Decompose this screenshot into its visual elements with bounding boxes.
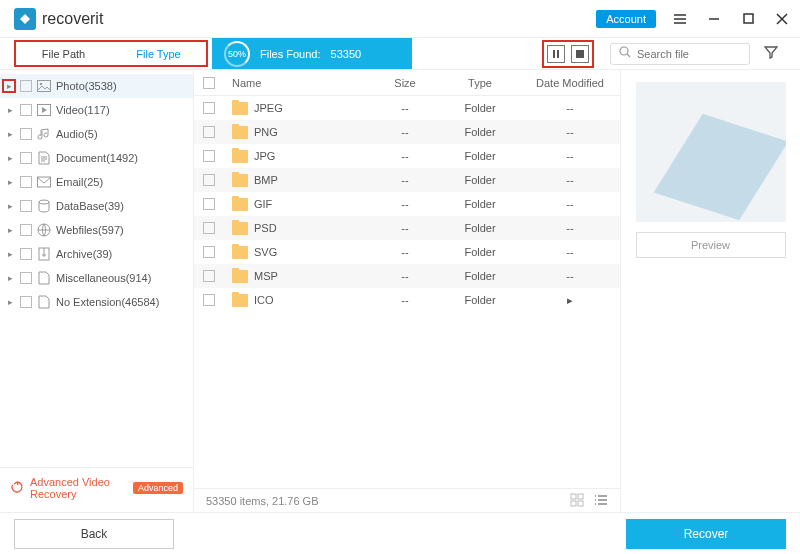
sidebar-item-misc[interactable]: ▸Miscellaneous(914) — [0, 266, 193, 290]
sidebar-item-video[interactable]: ▸Video(117) — [0, 98, 193, 122]
select-all-checkbox[interactable] — [203, 77, 215, 89]
doc-icon — [36, 151, 52, 165]
chevron-right-icon[interactable]: ▸ — [4, 153, 16, 163]
tree-checkbox[interactable] — [20, 152, 32, 164]
chevron-right-icon[interactable]: ▸ — [4, 177, 16, 187]
chevron-right-icon[interactable]: ▸ — [4, 129, 16, 139]
sidebar-item-image[interactable]: ▸Photo(3538) — [0, 74, 193, 98]
row-checkbox[interactable] — [203, 150, 215, 162]
table-row[interactable]: MSP--Folder-- — [194, 264, 620, 288]
tab-file-path[interactable]: File Path — [16, 42, 111, 65]
row-name: PSD — [254, 222, 277, 234]
search-box[interactable] — [610, 43, 750, 65]
search-input[interactable] — [637, 48, 741, 60]
svg-rect-10 — [571, 494, 576, 499]
app-name: recoverit — [42, 10, 103, 28]
account-button[interactable]: Account — [596, 10, 656, 28]
chevron-right-icon[interactable]: ▸ — [4, 225, 16, 235]
filter-icon[interactable] — [764, 45, 784, 62]
table-row[interactable]: PNG--Folder-- — [194, 120, 620, 144]
row-checkbox[interactable] — [203, 102, 215, 114]
row-checkbox[interactable] — [203, 270, 215, 282]
tree-checkbox[interactable] — [20, 248, 32, 260]
sidebar-item-label: Miscellaneous(914) — [56, 272, 151, 284]
tree-checkbox[interactable] — [20, 200, 32, 212]
tree-checkbox[interactable] — [20, 224, 32, 236]
audio-icon — [36, 127, 52, 141]
sidebar-item-label: Webfiles(597) — [56, 224, 124, 236]
chevron-right-icon[interactable]: ▸ — [4, 249, 16, 259]
back-button[interactable]: Back — [14, 519, 174, 549]
minimize-icon[interactable] — [706, 11, 722, 27]
table-row[interactable]: GIF--Folder-- — [194, 192, 620, 216]
sidebar: ▸Photo(3538)▸Video(117)▸Audio(5)▸Documen… — [0, 70, 194, 512]
row-checkbox[interactable] — [203, 174, 215, 186]
tree-checkbox[interactable] — [20, 176, 32, 188]
recover-button[interactable]: Recover — [626, 519, 786, 549]
table-row[interactable]: ICO--Folder▸ — [194, 288, 620, 312]
scan-progress: 50% Files Found: 53350 — [212, 38, 412, 69]
table-row[interactable]: BMP--Folder-- — [194, 168, 620, 192]
row-checkbox[interactable] — [203, 126, 215, 138]
list-view-icon[interactable] — [594, 493, 608, 509]
chevron-right-icon[interactable]: ▸ — [4, 105, 16, 115]
tree-checkbox[interactable] — [20, 272, 32, 284]
table-row[interactable]: PSD--Folder-- — [194, 216, 620, 240]
row-type: Folder — [440, 174, 520, 186]
table-row[interactable]: JPG--Folder-- — [194, 144, 620, 168]
row-name: PNG — [254, 126, 278, 138]
row-checkbox[interactable] — [203, 222, 215, 234]
row-checkbox[interactable] — [203, 198, 215, 210]
advanced-recovery[interactable]: Advanced Video Recovery Advanced — [0, 467, 193, 508]
sidebar-item-doc[interactable]: ▸Document(1492) — [0, 146, 193, 170]
tab-file-type[interactable]: File Type — [111, 42, 206, 65]
header-name[interactable]: Name — [224, 77, 370, 89]
pause-button[interactable] — [547, 45, 565, 63]
tree-checkbox[interactable] — [20, 296, 32, 308]
header-date[interactable]: Date Modified — [520, 77, 620, 89]
video-icon — [36, 103, 52, 117]
table-row[interactable]: JPEG--Folder-- — [194, 96, 620, 120]
table-row[interactable]: SVG--Folder-- — [194, 240, 620, 264]
row-type: Folder — [440, 222, 520, 234]
sidebar-item-mail[interactable]: ▸Email(25) — [0, 170, 193, 194]
folder-icon — [232, 198, 248, 211]
sidebar-item-web[interactable]: ▸Webfiles(597) — [0, 218, 193, 242]
restore-icon — [10, 480, 24, 496]
status-text: 53350 items, 21.76 GB — [206, 495, 319, 507]
sidebar-item-db[interactable]: ▸DataBase(39) — [0, 194, 193, 218]
folder-icon — [232, 150, 248, 163]
stop-button[interactable] — [571, 45, 589, 63]
chevron-right-icon[interactable]: ▸ — [4, 273, 16, 283]
header-size[interactable]: Size — [370, 77, 440, 89]
row-date: -- — [520, 222, 620, 234]
table-body: JPEG--Folder--PNG--Folder--JPG--Folder--… — [194, 96, 620, 488]
status-bar: 53350 items, 21.76 GB — [194, 488, 620, 512]
sidebar-item-archive[interactable]: ▸Archive(39) — [0, 242, 193, 266]
row-size: -- — [370, 126, 440, 138]
tree-checkbox[interactable] — [20, 104, 32, 116]
svg-rect-3 — [38, 81, 51, 92]
row-name: SVG — [254, 246, 277, 258]
tree-checkbox[interactable] — [20, 80, 32, 92]
chevron-right-icon[interactable]: ▸ — [4, 297, 16, 307]
preview-button[interactable]: Preview — [636, 232, 786, 258]
header-type[interactable]: Type — [440, 77, 520, 89]
sidebar-item-label: Audio(5) — [56, 128, 98, 140]
sidebar-item-label: Document(1492) — [56, 152, 138, 164]
row-checkbox[interactable] — [203, 294, 215, 306]
grid-view-icon[interactable] — [570, 493, 584, 509]
sidebar-item-audio[interactable]: ▸Audio(5) — [0, 122, 193, 146]
logo-icon — [14, 8, 36, 30]
sidebar-item-none[interactable]: ▸No Extension(46584) — [0, 290, 193, 314]
chevron-right-icon[interactable]: ▸ — [4, 201, 16, 211]
tree-checkbox[interactable] — [20, 128, 32, 140]
progress-count: 53350 — [331, 48, 362, 60]
maximize-icon[interactable] — [740, 11, 756, 27]
row-checkbox[interactable] — [203, 246, 215, 258]
svg-point-7 — [39, 200, 49, 204]
menu-icon[interactable] — [672, 11, 688, 27]
close-icon[interactable] — [774, 11, 790, 27]
row-size: -- — [370, 174, 440, 186]
chevron-right-icon[interactable]: ▸ — [2, 79, 16, 93]
